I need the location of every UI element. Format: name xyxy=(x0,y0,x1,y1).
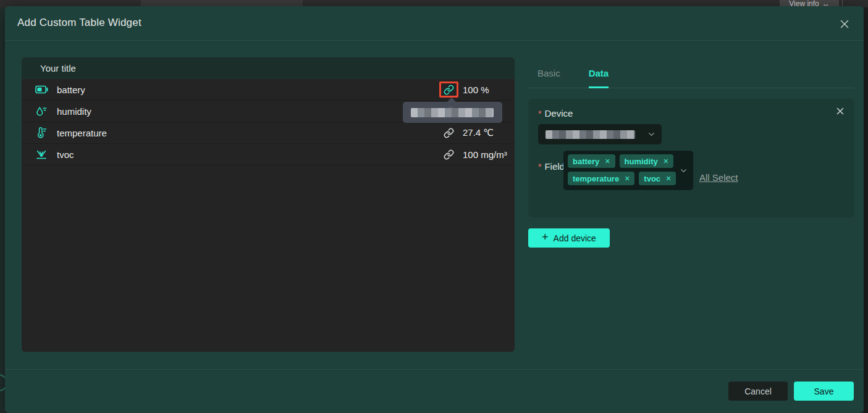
field-tag-humidity: humidity × xyxy=(620,154,673,168)
battery-icon xyxy=(35,85,50,94)
row-value: 100 mg/m³ xyxy=(463,149,515,160)
device-select[interactable] xyxy=(538,124,662,144)
table-row: battery 100 % xyxy=(22,79,515,101)
row-label: battery xyxy=(57,85,434,95)
table-row: temperature 27.4 ℃ xyxy=(22,122,515,144)
tag-remove-icon[interactable]: × xyxy=(664,157,668,165)
tag-remove-icon[interactable]: × xyxy=(625,174,630,183)
tag-row: temperature × tvoc × xyxy=(568,172,693,185)
row-label: tvoc xyxy=(57,149,434,160)
device-field-label: * Device xyxy=(538,108,573,119)
table-row: tvoc 100 mg/m³ xyxy=(22,144,515,165)
settings-tabs: Basic Data xyxy=(537,68,609,88)
row-label: humidity xyxy=(57,106,434,117)
dialog-title: Add Custom Table Widget xyxy=(17,17,141,29)
link-icon[interactable] xyxy=(444,128,454,138)
redacted-device-value xyxy=(546,130,635,139)
required-marker: * xyxy=(538,162,541,172)
tutorial-highlight-box xyxy=(439,81,458,98)
close-icon[interactable] xyxy=(840,19,849,29)
chevron-down-icon xyxy=(647,130,655,138)
cancel-button[interactable]: Cancel xyxy=(728,382,788,401)
chevron-down-icon xyxy=(680,167,688,175)
remove-device-icon[interactable] xyxy=(836,107,844,115)
tabs-divider xyxy=(528,88,854,88)
link-cell xyxy=(434,128,463,138)
tag-remove-icon[interactable]: × xyxy=(666,174,671,183)
temperature-icon xyxy=(35,127,50,139)
field-field-label: * Field xyxy=(538,161,565,172)
tag-remove-icon[interactable]: × xyxy=(605,157,610,165)
device-card: * Device * Field battery × humidity × xyxy=(528,99,854,217)
all-select-link[interactable]: All Select xyxy=(699,172,738,183)
table-header: Your title xyxy=(22,57,515,79)
tab-basic[interactable]: Basic xyxy=(537,68,560,88)
row-value: 100 % xyxy=(463,85,515,95)
link-icon[interactable] xyxy=(444,85,454,95)
dialog-header: Add Custom Table Widget xyxy=(5,6,864,41)
footer-divider xyxy=(5,369,864,370)
add-device-button[interactable]: + Add device xyxy=(528,228,610,248)
link-cell xyxy=(434,81,463,98)
field-tag-temperature: temperature × xyxy=(568,172,634,185)
add-device-label: Add device xyxy=(554,233,596,243)
required-marker: * xyxy=(538,109,541,119)
field-tag-tvoc: tvoc × xyxy=(639,172,676,185)
link-cell xyxy=(434,149,463,160)
row-value: 27.4 ℃ xyxy=(463,127,515,138)
redacted-text xyxy=(411,108,494,117)
tvoc-icon xyxy=(35,149,50,161)
tag-row: battery × humidity × xyxy=(568,154,693,168)
tab-data[interactable]: Data xyxy=(589,68,609,88)
plus-icon: + xyxy=(542,231,549,244)
row-label: temperature xyxy=(57,128,434,138)
field-multiselect[interactable]: battery × humidity × temperature × tvoc … xyxy=(563,151,693,190)
add-custom-table-widget-dialog: Add Custom Table Widget Your title batte… xyxy=(5,6,864,413)
field-tag-battery: battery × xyxy=(568,154,615,168)
device-name-tooltip xyxy=(403,102,502,123)
link-icon[interactable] xyxy=(444,149,454,160)
background-right-strip xyxy=(864,7,868,413)
humidity-icon xyxy=(35,106,50,117)
save-button[interactable]: Save xyxy=(794,382,854,401)
